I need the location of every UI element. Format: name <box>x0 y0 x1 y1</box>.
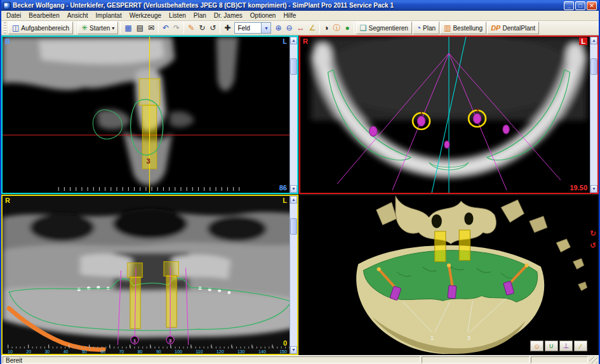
redo-button[interactable]: ↷ <box>171 22 182 34</box>
menu-item[interactable]: Dr. James <box>210 11 246 20</box>
zoom-in-button[interactable]: ⊕ <box>273 22 283 34</box>
menu-item[interactable]: Listen <box>165 11 190 20</box>
starten-icon: ✳ <box>81 24 88 32</box>
rotate-cw-icon: ↻ <box>199 24 205 32</box>
ruler-number: 100 <box>175 349 182 354</box>
menubar: DateiBearbeitenAnsichtImplantatWerkzeuge… <box>1 11 599 21</box>
axial-viewport: 1 3 R L 19.50 ▲ ▼ <box>299 36 599 194</box>
aufgabenbereich-button[interactable]: ◫ Aufgabenbereich <box>8 22 73 34</box>
info-button[interactable]: ⓘ <box>331 22 343 34</box>
cross-section-viewport: 3 B L 86 ▲ ▼ <box>1 36 298 194</box>
save-button[interactable]: ▦ <box>123 22 133 34</box>
measure-angle-button[interactable]: ∠ <box>307 22 318 34</box>
cross-section-ct-image[interactable]: 3 <box>3 37 297 193</box>
scroll-down-button[interactable]: ▼ <box>590 185 597 193</box>
slice-scrollbar[interactable]: ▲ ▼ <box>290 196 297 354</box>
scrollbar-track[interactable] <box>290 44 297 185</box>
menu-item[interactable]: Werkzeuge <box>126 11 165 20</box>
slice-scrollbar[interactable]: ▲ ▼ <box>290 37 297 193</box>
scrollbar-thumb[interactable] <box>290 218 297 235</box>
zoom-out-icon: ⊖ <box>286 24 292 32</box>
toolbar-separator <box>354 22 354 34</box>
menu-item[interactable]: Optionen <box>246 11 280 20</box>
minimize-button[interactable]: _ <box>564 1 574 10</box>
3d-sphere-button[interactable]: ● <box>343 22 352 34</box>
contrast-icon: ◑ <box>324 24 328 32</box>
export-button[interactable]: ✉ <box>146 22 156 34</box>
ruler-number: 30 <box>44 349 50 354</box>
show-head-toggle[interactable]: ☺ <box>530 341 543 351</box>
ruler-number: 120 <box>217 349 224 354</box>
close-button[interactable]: ✕ <box>587 1 597 10</box>
bestellung-button[interactable]: ▥ Bestellung <box>440 22 486 34</box>
sphere-icon: ● <box>345 24 350 32</box>
segment-icon: ❑ <box>360 24 367 32</box>
rotate-ccw-button[interactable]: ↺ <box>208 22 218 34</box>
menu-item[interactable]: Datei <box>3 11 25 20</box>
menu-item[interactable]: Plan <box>190 11 210 20</box>
scroll-up-button[interactable]: ▲ <box>590 37 597 44</box>
scrollbar-track[interactable] <box>590 44 597 185</box>
show-pins-toggle[interactable]: ∕ <box>574 341 587 351</box>
menu-item[interactable]: Hilfe <box>279 11 300 20</box>
contrast-button[interactable]: ◑ <box>322 22 330 34</box>
dentalplant-button[interactable]: DP DentalPlant <box>487 22 539 34</box>
slice-scrollbar[interactable]: ▲ ▼ <box>590 37 597 193</box>
scroll-down-button[interactable]: ▼ <box>290 346 297 354</box>
application-window: Becker Wolfgang - Unterkiefer, GESPERRT … <box>0 0 600 364</box>
show-implants-toggle[interactable]: ⊥ <box>559 341 573 351</box>
ruler-number: 90 <box>156 349 161 354</box>
redo-icon: ↷ <box>173 24 180 32</box>
status-panel <box>531 356 588 363</box>
show-gum-toggle[interactable]: ∪ <box>545 341 558 351</box>
scroll-up-button[interactable]: ▲ <box>290 37 297 44</box>
ruler-number: 140 <box>258 349 266 354</box>
toolbar-grip[interactable] <box>4 22 6 34</box>
rotate-ccw-icon: ↺ <box>210 24 216 32</box>
implant-overlay[interactable] <box>139 79 160 169</box>
implant-number-label: 3 <box>476 107 479 114</box>
main-toolbar: ◫ Aufgabenbereich ✳ Starten ▾ ▦ ▤ ✉ ↶ ↷ … <box>1 21 599 36</box>
measure-distance-button[interactable]: ↔ <box>295 22 307 34</box>
starten-dropdown-icon[interactable]: ▾ <box>112 25 114 31</box>
rotate-cw-button[interactable]: ↻ <box>197 22 207 34</box>
scrollbar-thumb[interactable] <box>590 58 597 75</box>
resize-grip[interactable] <box>589 356 597 363</box>
pan-button[interactable]: ✚ <box>222 22 232 34</box>
axial-ct-image[interactable]: 1 3 <box>300 37 597 193</box>
scrollbar-thumb[interactable] <box>290 58 297 75</box>
zoom-out-button[interactable]: ⊖ <box>284 22 294 34</box>
feld-select[interactable]: Feld ▾ <box>234 22 271 34</box>
menu-item[interactable]: Bearbeiten <box>25 11 63 20</box>
undo-button[interactable]: ↶ <box>161 22 171 34</box>
slice-position: 19.50 <box>570 184 587 192</box>
pano-ruler-labels: 102030405060708090100110120130140150 <box>8 349 287 354</box>
titlebar: Becker Wolfgang - Unterkiefer, GESPERRT … <box>1 0 599 11</box>
toolbar-separator <box>120 22 121 34</box>
panoramic-ct-image[interactable]: 1 3 <box>3 196 297 354</box>
draw-button[interactable]: ✎ <box>186 22 196 34</box>
print-button[interactable]: ▤ <box>135 22 145 34</box>
rotate-view-ccw-icon[interactable]: ↺ <box>590 241 596 250</box>
segmentieren-button[interactable]: ❑ Segmentieren <box>356 22 412 34</box>
volume-3d-image[interactable]: 1 3 <box>300 196 597 354</box>
starten-button[interactable]: ✳ Starten ▾ <box>77 22 118 34</box>
maximize-button[interactable]: □ <box>575 1 585 10</box>
orientation-label-buccal: B <box>5 37 10 45</box>
menu-item[interactable]: Implantat <box>92 11 126 20</box>
toolbar-separator <box>75 22 76 34</box>
scroll-up-button[interactable]: ▲ <box>290 196 297 204</box>
plan-label: Plan <box>423 25 436 32</box>
plan-icon: ◔ <box>417 24 421 32</box>
starten-label: Starten <box>90 25 110 32</box>
save-icon: ▦ <box>124 24 131 32</box>
scroll-down-button[interactable]: ▼ <box>290 185 297 193</box>
plan-button[interactable]: ◔ Plan <box>413 22 439 34</box>
ruler-number: 60 <box>100 349 105 354</box>
ruler-number: 20 <box>26 349 31 354</box>
rotate-view-cw-icon[interactable]: ↻ <box>590 229 596 238</box>
scrollbar-track[interactable] <box>290 204 297 346</box>
implant-number-label: 3 <box>146 157 150 165</box>
feld-dropdown-icon[interactable]: ▾ <box>261 23 270 33</box>
menu-item[interactable]: Ansicht <box>63 11 92 20</box>
